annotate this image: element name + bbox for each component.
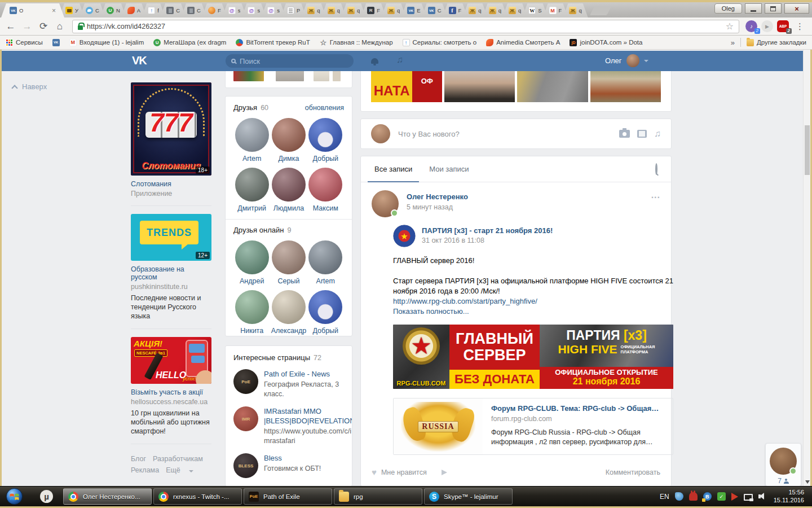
friend-name-link[interactable]: Никита	[240, 327, 263, 335]
footer-link-ads[interactable]: Реклама	[131, 466, 159, 474]
volume-icon[interactable]	[758, 492, 767, 501]
bookmark-item[interactable]: Animedia Смотреть А	[486, 39, 560, 46]
online-friends-count[interactable]: 7	[778, 477, 789, 485]
scrollbar-thumb[interactable]	[805, 125, 810, 175]
friends-title[interactable]: Друзья	[233, 103, 257, 112]
address-bar[interactable]: https://vk.com/id4262327 ☆	[72, 20, 739, 33]
header-user-menu[interactable]: Олег	[605, 54, 648, 67]
friend-name-link[interactable]: Добрый	[312, 155, 338, 163]
extension-icon[interactable]: ▶	[761, 20, 773, 32]
page-name-link[interactable]: IMRastafari MMO |BLESS|BDO|REVELATION|	[264, 406, 352, 426]
forward-button[interactable]: →	[21, 21, 33, 32]
tray-icon-hand[interactable]	[689, 492, 698, 501]
ad-title-link[interactable]: Візьміть участь в акції	[131, 388, 211, 396]
browser-tab-active[interactable]: О×	[1, 3, 64, 17]
notifications-bell-icon[interactable]	[371, 58, 378, 64]
chrome-menu-button[interactable]: ⋮	[793, 21, 807, 32]
camera-icon[interactable]	[619, 130, 630, 138]
friend-avatar[interactable]	[272, 118, 306, 152]
share-icon[interactable]	[442, 470, 447, 475]
tray-icon-app[interactable]: B	[703, 492, 712, 501]
page-avatar[interactable]: PoE	[233, 369, 258, 394]
friend-item[interactable]: Александр	[270, 290, 307, 335]
chrome-profile-button[interactable]: Oleg	[714, 3, 742, 14]
browser-tab[interactable]: q	[563, 3, 588, 17]
bookmark-item[interactable]	[52, 39, 60, 46]
friend-name-link[interactable]: Людмила	[273, 204, 304, 212]
taskbar-button[interactable]: SSkype™ - lejalimur	[424, 488, 513, 505]
friend-item[interactable]: Андрей	[233, 240, 270, 285]
link-preview[interactable]: RUSSIA Форум RPG-CLUB. Тема: RPG-club ->…	[393, 398, 673, 455]
post-composer[interactable]: Что у Вас нового? ♫	[360, 119, 672, 149]
bookmarks-overflow-button[interactable]: »	[731, 38, 735, 47]
vk-search-input[interactable]: Поиск	[226, 54, 354, 68]
friend-item[interactable]: Добрый	[307, 118, 344, 163]
friend-item[interactable]: Максим	[307, 168, 344, 212]
friend-item[interactable]: Людмила	[270, 168, 307, 212]
footer-link-more[interactable]: Ещё	[166, 466, 193, 474]
friend-avatar[interactable]	[272, 290, 306, 324]
friend-name-link[interactable]: Artem	[316, 277, 335, 285]
wall-search-button[interactable]	[655, 164, 657, 174]
friend-name-link[interactable]: Димка	[279, 155, 299, 163]
scrollbar[interactable]	[803, 50, 810, 487]
chat-sidebar-widget[interactable]: 7	[765, 443, 801, 487]
music-icon[interactable]: ♫	[396, 55, 403, 65]
friend-avatar[interactable]	[272, 168, 306, 202]
vk-extension-icon[interactable]: ♪2	[745, 20, 757, 32]
bookmark-star-icon[interactable]: ☆	[726, 21, 734, 32]
friend-avatar[interactable]	[272, 240, 306, 274]
taskbar-button[interactable]: PoEPath of Exile	[244, 488, 332, 505]
page-item[interactable]: BLESSBlessГотовимся к ОБТ!	[233, 453, 344, 478]
tab-all-posts[interactable]: Все записи	[374, 156, 412, 182]
taskbar-button[interactable]: rxnexus - Twitch -...	[153, 488, 242, 505]
repost-timestamp[interactable]: 31 окт 2016 в 11:08	[422, 237, 553, 244]
bookmark-item[interactable]: Сервисы	[6, 39, 43, 46]
maximize-button[interactable]	[765, 3, 782, 14]
friend-avatar[interactable]	[235, 290, 269, 324]
bookmark-item[interactable]: МегаШара (ex dragm	[153, 39, 226, 46]
friend-item[interactable]: Дмитрий	[233, 168, 270, 212]
friends-updates-link[interactable]: обновления	[305, 104, 344, 112]
chat-friend-avatar[interactable]	[770, 448, 797, 475]
friend-name-link[interactable]: Artem	[242, 155, 261, 163]
friend-item[interactable]: Добрый	[307, 290, 344, 335]
like-heart-icon[interactable]: ♥	[372, 467, 377, 477]
language-indicator[interactable]: EN	[660, 493, 669, 501]
ad-slotomania[interactable]: 777 Слотомания 18+ Слотомания Приложение	[131, 82, 211, 198]
back-button[interactable]: ←	[5, 21, 17, 32]
video-icon[interactable]	[637, 130, 647, 138]
taskbar-button[interactable]: rpg	[334, 488, 422, 505]
vk-logo[interactable]: VK	[132, 54, 147, 67]
page-name-link[interactable]: Path of Exile - News	[264, 369, 344, 379]
repost-group-avatar[interactable]: ★	[393, 225, 416, 247]
utorrent-icon[interactable]: µ	[40, 490, 53, 503]
link-preview-title[interactable]: Форум RPG-CLUB. Тема: RPG-club -> Общая…	[491, 404, 664, 413]
pages-title[interactable]: Интересные страницы	[233, 353, 310, 362]
music-note-icon[interactable]: ♫	[654, 129, 661, 139]
friend-item[interactable]: Artem	[233, 118, 270, 163]
ad-image-trends[interactable]: TRENDS 12+	[131, 214, 211, 261]
bookmark-item[interactable]: Сериалы: смотреть о	[403, 39, 477, 46]
show-more-link[interactable]: Показать полностью...	[393, 306, 675, 317]
scrollbar-down-arrow[interactable]	[805, 480, 810, 484]
start-button[interactable]	[6, 488, 23, 505]
page-item[interactable]: IMRIMRastafari MMO |BLESS|BDO|REVELATION…	[233, 406, 344, 446]
taskbar-clock[interactable]: 15:56 15.11.2016	[773, 489, 809, 504]
friend-item[interactable]: Димка	[270, 118, 307, 163]
tray-icon-paint[interactable]	[675, 492, 683, 501]
bookmark-item[interactable]: Входящие (1) - lejalim	[69, 39, 144, 46]
new-tab-button[interactable]	[590, 7, 611, 15]
friend-avatar[interactable]	[235, 118, 269, 152]
post-image-banner[interactable]: ★ RPG-CLUB.COM ГЛАВНЫЙСЕРВЕР БЕЗ ДОНАТА …	[393, 325, 673, 389]
friend-name-link[interactable]: Добрый	[312, 327, 338, 335]
friend-item[interactable]: Серый	[270, 240, 307, 285]
bookmark-item[interactable]: BitTorrent трекер RuT	[236, 39, 310, 46]
ad-title-link[interactable]: Образование на русском	[131, 265, 211, 281]
ad-image-slotomania[interactable]: 777 Слотомания 18+	[131, 82, 211, 176]
tab-close-button[interactable]: ×	[52, 8, 56, 14]
bookmark-item[interactable]: joinDOTA.com » Dota	[570, 39, 642, 46]
back-to-top-link[interactable]: Наверх	[12, 82, 47, 91]
friend-avatar[interactable]	[235, 240, 269, 274]
post-timestamp[interactable]: 5 минут назад	[407, 203, 468, 211]
